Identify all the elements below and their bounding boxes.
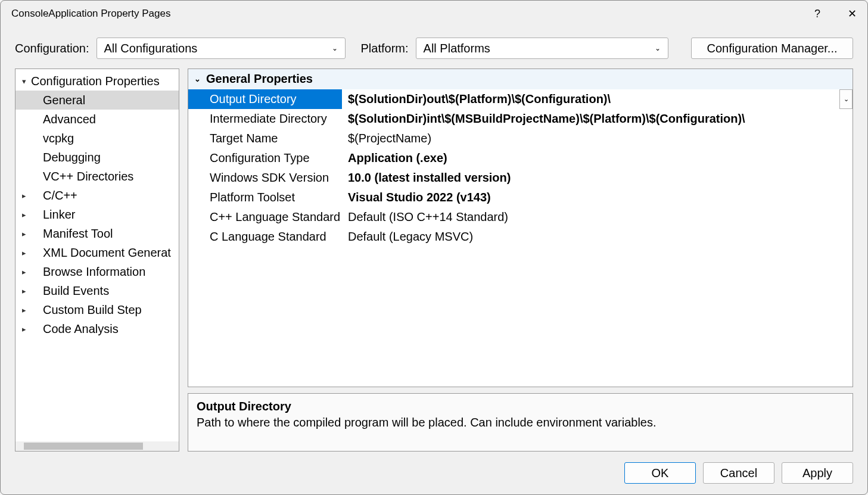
property-row[interactable]: C Language StandardDefault (Legacy MSVC) [188,227,853,247]
configuration-label: Configuration: [15,42,89,55]
property-value[interactable]: Default (Legacy MSVC) [342,227,853,247]
titlebar-controls: ? ✕ [809,5,860,22]
tree-item-label: Browse Information [29,265,145,279]
config-toolbar: Configuration: All Configurations ⌄ Plat… [1,27,867,69]
property-name: C Language Standard [188,227,342,247]
category-label: General Properties [206,72,313,86]
tree-item-label: VC++ Directories [29,170,133,183]
caret-closed-icon: ▸ [19,325,29,334]
property-row[interactable]: C++ Language StandardDefault (ISO C++14 … [188,207,853,227]
cancel-button[interactable]: Cancel [703,462,774,484]
tree-root-configuration-properties[interactable]: ▾ Configuration Properties [15,71,179,91]
caret-open-icon: ▾ [19,77,29,86]
category-general-properties[interactable]: ⌄ General Properties [188,69,853,89]
titlebar: ConsoleApplication Property Pages ? ✕ [1,1,867,27]
main-area: ▾ Configuration Properties ▸General▸Adva… [1,69,867,454]
tree-item-label: Build Events [29,284,109,298]
tree-item[interactable]: ▸Code Analysis [15,319,179,338]
tree-item[interactable]: ▸Advanced [15,110,179,129]
property-row[interactable]: Output Directory$(SolutionDir)out\$(Plat… [188,89,853,109]
tree-item[interactable]: ▸Debugging [15,148,179,167]
tree-item[interactable]: ▸C/C++ [15,186,179,205]
tree-item[interactable]: ▸Custom Build Step [15,300,179,319]
caret-closed-icon: ▸ [19,229,29,238]
tree-item-label: C/C++ [29,189,77,203]
tree-item[interactable]: ▸Browse Information [15,262,179,281]
tree-item[interactable]: ▸Build Events [15,281,179,300]
close-icon[interactable]: ✕ [844,5,860,22]
description-text: Path to where the compiled program will … [197,416,844,429]
tree-item-label: Code Analysis [29,322,119,336]
dialog-buttons: OK Cancel Apply [1,454,867,494]
tree-item-label: Debugging [29,151,101,164]
tree-item[interactable]: ▸Linker [15,205,179,224]
property-name: C++ Language Standard [188,207,342,227]
help-icon[interactable]: ? [809,5,826,22]
tree-item-label: Custom Build Step [29,303,142,317]
platform-label: Platform: [361,42,409,55]
property-value[interactable]: Application (.exe) [342,148,853,168]
tree-item[interactable]: ▸vcpkg [15,129,179,148]
property-value[interactable]: Default (ISO C++14 Standard) [342,207,853,227]
property-row[interactable]: Intermediate Directory$(SolutionDir)int\… [188,109,853,129]
tree-item-label: Linker [29,208,75,222]
tree-item[interactable]: ▸Manifest Tool [15,224,179,243]
window-title: ConsoleApplication Property Pages [11,8,809,20]
property-name: Intermediate Directory [188,109,342,129]
right-column: ⌄ General Properties Output Directory$(S… [188,69,853,452]
property-row[interactable]: Windows SDK Version10.0 (latest installe… [188,168,853,188]
property-row[interactable]: Platform ToolsetVisual Studio 2022 (v143… [188,188,853,207]
caret-closed-icon: ▸ [19,191,29,200]
property-grid: ⌄ General Properties Output Directory$(S… [188,69,853,387]
caret-closed-icon: ▸ [19,210,29,219]
tree-item-label: General [29,94,85,107]
navigation-tree: ▾ Configuration Properties ▸General▸Adva… [15,69,179,452]
description-title: Output Directory [197,400,844,413]
property-name: Output Directory [188,89,342,109]
property-name: Configuration Type [188,148,342,168]
chevron-down-icon[interactable]: ⌄ [839,89,853,109]
property-value[interactable]: $(SolutionDir)int\$(MSBuildProjectName)\… [342,109,853,129]
tree-item-label: XML Document Generat [29,246,171,260]
property-value[interactable]: Visual Studio 2022 (v143) [342,188,853,207]
scrollbar-thumb[interactable] [24,443,143,450]
description-panel: Output Directory Path to where the compi… [188,393,853,452]
platform-select[interactable]: All Platforms ⌄ [416,38,668,59]
tree-item-label: Manifest Tool [29,227,113,241]
tree-scroll: ▾ Configuration Properties ▸General▸Adva… [15,69,179,441]
property-name: Windows SDK Version [188,168,342,188]
chevron-down-icon: ⌄ [655,44,661,52]
platform-value: All Platforms [424,42,490,55]
configuration-manager-button[interactable]: Configuration Manager... [691,38,853,59]
property-value[interactable]: 10.0 (latest installed version) [342,168,853,188]
property-pages-dialog: ConsoleApplication Property Pages ? ✕ Co… [0,0,868,495]
apply-button[interactable]: Apply [782,462,853,484]
property-value[interactable]: $(ProjectName) [342,129,853,148]
property-row[interactable]: Target Name$(ProjectName) [188,129,853,148]
caret-closed-icon: ▸ [19,248,29,257]
tree-horizontal-scrollbar[interactable] [15,441,179,451]
tree-item-label: vcpkg [29,132,74,145]
caret-closed-icon: ▸ [19,287,29,295]
configuration-value: All Configurations [104,42,198,55]
caret-open-icon: ⌄ [194,74,206,83]
ok-button[interactable]: OK [624,462,696,484]
caret-closed-icon: ▸ [19,267,29,276]
property-name: Platform Toolset [188,188,342,207]
tree-root-label: Configuration Properties [29,74,160,88]
chevron-down-icon: ⌄ [332,44,338,52]
tree-item[interactable]: ▸VC++ Directories [15,167,179,186]
property-value[interactable]: $(SolutionDir)out\$(Platform)\$(Configur… [342,89,839,109]
caret-closed-icon: ▸ [19,306,29,315]
property-row[interactable]: Configuration TypeApplication (.exe) [188,148,853,168]
configuration-select[interactable]: All Configurations ⌄ [97,38,346,59]
tree-item[interactable]: ▸XML Document Generat [15,243,179,262]
tree-item-label: Advanced [29,113,96,126]
tree-item[interactable]: ▸General [15,91,179,110]
property-name: Target Name [188,129,342,148]
